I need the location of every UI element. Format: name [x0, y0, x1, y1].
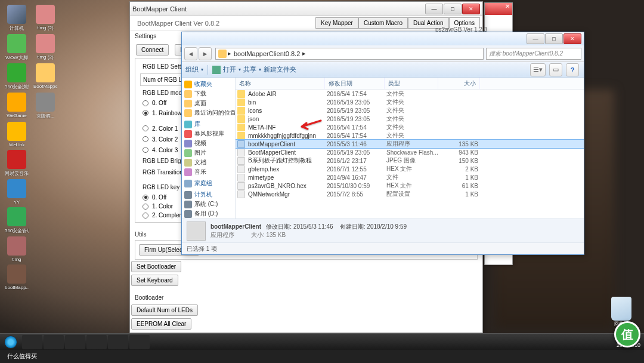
- folder-icon: [237, 107, 245, 115]
- file-row[interactable]: icons2016/5/19 23:05文件夹: [236, 106, 584, 115]
- maximize-button[interactable]: □: [444, 4, 462, 14]
- tab-keymapper[interactable]: Key Mapper: [315, 17, 358, 29]
- newfolder-button[interactable]: 新建文件夹: [264, 65, 296, 74]
- radio-rainbow[interactable]: [143, 110, 148, 116]
- radio-color1[interactable]: [143, 125, 148, 131]
- view-button[interactable]: ☰▾: [530, 63, 546, 76]
- default-leds-button[interactable]: Default Num of LEDs: [131, 304, 198, 316]
- help-button[interactable]: ?: [566, 63, 579, 76]
- desktop-icon[interactable]: 克隆程...: [33, 93, 57, 119]
- maximize-button[interactable]: □: [545, 33, 563, 44]
- nav-drive[interactable]: 备用 (D:): [182, 209, 235, 219]
- close-icon[interactable]: ✕: [503, 3, 512, 15]
- desktop-icon[interactable]: 360安全浏览...: [5, 63, 29, 90]
- close-button[interactable]: ✕: [462, 4, 480, 14]
- desktop-icon[interactable]: 计算机: [5, 5, 29, 32]
- nav-documents[interactable]: 文档: [182, 158, 235, 167]
- nav-computer[interactable]: 计算机: [182, 190, 235, 199]
- titlebar[interactable]: BootMapper Client — □ ✕: [130, 2, 482, 16]
- set-bootloader-button[interactable]: Set Bootloader: [131, 261, 181, 272]
- radio-ke-comp[interactable]: [143, 213, 148, 219]
- file-row[interactable]: json2016/5/19 23:05文件夹: [236, 115, 584, 123]
- search-input[interactable]: 搜索 bootMapperClient0.8.2: [486, 48, 581, 60]
- desktop-icon[interactable]: bootMapp...: [5, 264, 29, 290]
- radio-color2[interactable]: [143, 136, 148, 142]
- share-button[interactable]: 共享: [243, 65, 256, 74]
- desktop-icon[interactable]: timg (2): [33, 34, 57, 61]
- back-button[interactable]: ◄: [184, 47, 197, 60]
- file-row[interactable]: B系列板子跑灯控制教程2016/1/2 23:17JPEG 图像150 KB: [236, 156, 584, 165]
- file-row[interactable]: QMNetworkMgr2015/7/2 8:55配置设置1 KB: [236, 190, 584, 198]
- desktop-icon[interactable]: WeLink: [5, 122, 29, 147]
- taskbar-item[interactable]: [22, 335, 42, 349]
- address-box[interactable]: ▸bootMapperClient0.8.2▸: [215, 48, 484, 60]
- nav-videos[interactable]: 暴风影视库: [182, 129, 235, 139]
- folder-icon: [237, 124, 245, 131]
- file-row[interactable]: META-INF2016/5/4 17:54文件夹: [236, 123, 584, 131]
- file-row[interactable]: bootMapperClient2015/5/3 11:46应用程序135 KB: [236, 140, 584, 148]
- file-row[interactable]: mimetype2014/9/4 16:47文件1 KB: [236, 173, 584, 182]
- start-button[interactable]: [0, 334, 21, 350]
- file-row[interactable]: ps2avrGB_NKRO.hex2015/10/30 0:59HEX 文件61…: [236, 182, 584, 190]
- folder-icon: [184, 109, 192, 117]
- desktop-icon[interactable]: 360安全管理...: [5, 207, 29, 234]
- minimize-button[interactable]: —: [527, 33, 544, 44]
- nav-music[interactable]: 音乐: [182, 167, 235, 177]
- open-button[interactable]: 打开: [223, 65, 236, 74]
- explorer-toolbar: 组织▾ 打开▾ 共享▾ 新建文件夹 ☰▾ ▭ ?: [182, 62, 584, 78]
- desktop-icon[interactable]: 网易云音乐: [5, 150, 29, 177]
- radio-color3[interactable]: [143, 147, 148, 153]
- desktop-icon[interactable]: timg (2): [33, 5, 57, 32]
- file-row[interactable]: mmkkkhggfnjggfdfdfggjnn2016/5/4 17:54文件夹: [236, 131, 584, 140]
- minimize-button[interactable]: —: [425, 4, 443, 14]
- forward-button[interactable]: ►: [199, 47, 212, 60]
- desktop-icon[interactable]: timg: [5, 236, 29, 262]
- file-row[interactable]: BootMapperClient2016/5/19 23:05Shockwave…: [236, 148, 584, 156]
- nav-favorites[interactable]: 收藏夹: [182, 79, 235, 89]
- smzdm-badge: 值: [614, 321, 640, 347]
- folder-icon: [184, 90, 192, 98]
- window-title: BootMapper Client: [132, 5, 425, 13]
- file-row[interactable]: gbtemp.hex2016/7/1 12:55HEX 文件2 KB: [236, 165, 584, 173]
- taskbar-item[interactable]: [129, 335, 150, 349]
- preview-button[interactable]: ▭: [549, 63, 562, 76]
- taskbar-item[interactable]: [86, 335, 107, 349]
- nav-homegroup[interactable]: 家庭组: [182, 179, 235, 188]
- taskbar-item[interactable]: [108, 335, 128, 349]
- taskbar-item[interactable]: [65, 335, 85, 349]
- nav-recent[interactable]: 最近访问的位置: [182, 108, 235, 118]
- taskbar-item[interactable]: [44, 335, 64, 349]
- nav-video[interactable]: 视频: [182, 139, 235, 148]
- desktop-icon[interactable]: BootMappe...: [33, 63, 57, 90]
- radio-ke-off[interactable]: [143, 195, 148, 201]
- nav-desktop[interactable]: 桌面: [182, 99, 235, 108]
- close-button[interactable]: ✕: [564, 33, 581, 44]
- connect-button[interactable]: Connect: [136, 44, 169, 56]
- doc-icon: [184, 159, 192, 167]
- nav-downloads[interactable]: 下载: [182, 89, 235, 99]
- desktop-icon[interactable]: WeGame: [5, 93, 29, 119]
- file-row[interactable]: bin2016/5/19 23:05文件夹: [236, 98, 584, 106]
- nav-drive[interactable]: 系统 (C:): [182, 199, 235, 209]
- desktop-icon[interactable]: YY: [5, 179, 29, 205]
- nav-libraries[interactable]: 库: [182, 119, 235, 129]
- tab-custommacro[interactable]: Custom Macro: [358, 17, 408, 29]
- column-headers[interactable]: 名称 修改日期 类型 大小: [236, 78, 584, 90]
- explorer-window: — □ ✕ ◄ ► ▸bootMapperClient0.8.2▸ 搜索 boo…: [181, 32, 584, 255]
- organize-menu[interactable]: 组织: [185, 65, 199, 74]
- desktop-icon[interactable]: WOW大脚: [5, 34, 29, 61]
- drive-icon: [184, 210, 192, 218]
- nav-pictures[interactable]: 图片: [182, 148, 235, 158]
- explorer-titlebar[interactable]: — □ ✕: [182, 32, 584, 45]
- eeprom-clear-button[interactable]: EEPROM All Clear: [131, 318, 191, 330]
- taskbar[interactable]: 10:02 2018/2/10: [0, 333, 644, 350]
- file-row[interactable]: Adobe AIR2016/5/4 17:54文件夹: [236, 90, 584, 98]
- radio-off[interactable]: [143, 100, 148, 106]
- music-icon: [184, 168, 192, 176]
- watermark-bar: 什么值得买: [0, 350, 644, 363]
- radio-ke-color[interactable]: [143, 204, 148, 210]
- address-bar: ◄ ► ▸bootMapperClient0.8.2▸ 搜索 bootMappe…: [182, 45, 584, 62]
- file-icon: [237, 165, 245, 173]
- set-keyboard-button[interactable]: Set Keyboard: [131, 275, 178, 286]
- home-icon: [184, 180, 192, 187]
